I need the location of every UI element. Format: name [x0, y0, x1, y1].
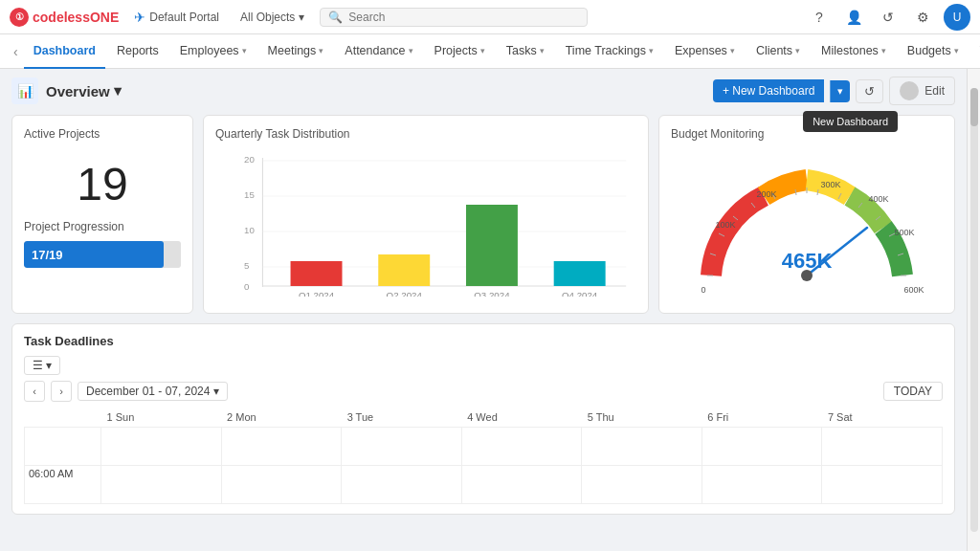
progress-value: 17/19	[32, 248, 63, 262]
cell-sun-empty	[101, 428, 222, 466]
cell-tue-6am	[342, 466, 462, 504]
project-progression-label: Project Progression	[24, 220, 181, 233]
calendar-grid: 1 Sun 2 Mon 3 Tue 4 Wed 5 Thu 6 Fri 7 Sa…	[24, 408, 943, 504]
date-range-chevron-icon: ▾	[213, 385, 219, 398]
cell-sun-6am	[101, 466, 222, 504]
gauge-label-600k: 600K	[903, 285, 924, 295]
gauge-svg: 0 100K 200K 300K 400K 500K 600K	[682, 151, 931, 299]
nav-time-trackings[interactable]: Time Trackings ▾	[556, 34, 663, 69]
overview-left: 📊 Overview ▾	[11, 77, 122, 104]
cell-mon-empty	[221, 428, 342, 466]
nav-reports[interactable]: Reports	[107, 34, 168, 69]
avatar[interactable]: U	[944, 4, 970, 31]
cell-tue-empty	[342, 428, 462, 466]
svg-text:Q3 2024: Q3 2024	[474, 291, 509, 297]
history-button[interactable]: ↺	[875, 4, 902, 31]
logo-text: codelessONE	[33, 10, 119, 25]
calendar-nav-row: ‹ › December 01 - 07, 2024 ▾ TODAY	[24, 381, 943, 402]
col-sun: 1 Sun	[101, 408, 222, 428]
right-scrollbar[interactable]	[967, 69, 980, 551]
cell-mon-6am	[221, 466, 342, 504]
bar-q1	[291, 261, 343, 286]
task-deadlines-title: Task Deadlines	[24, 334, 114, 348]
active-projects-count: 19	[24, 148, 181, 220]
date-range-button[interactable]: December 01 - 07, 2024 ▾	[78, 382, 228, 401]
overview-chevron-icon: ▾	[114, 82, 122, 99]
portal-icon: ✈	[134, 10, 145, 25]
overview-icon: 📊	[11, 77, 38, 104]
nav-scroll-left[interactable]: ‹	[10, 44, 22, 59]
portal-label: Default Portal	[149, 11, 219, 24]
time-6am: 06:00 AM	[25, 466, 101, 504]
task-deadlines-card: Task Deadlines ☰ ▾ ‹ › December 01 - 07,…	[11, 323, 955, 515]
gauge-label-500k: 500K	[894, 228, 914, 237]
calendar-nav-left: ‹ › December 01 - 07, 2024 ▾	[24, 381, 228, 402]
help-button[interactable]: ?	[806, 4, 833, 31]
col-thu: 5 Thu	[582, 408, 702, 428]
bar-q2	[378, 254, 430, 286]
edit-button[interactable]: Edit	[889, 77, 955, 105]
nav-milestones[interactable]: Milestones ▾	[812, 34, 896, 69]
refresh-button[interactable]: ↺	[856, 79, 883, 103]
nav-meetings[interactable]: Meetings ▾	[258, 34, 334, 69]
cell-wed-empty	[461, 428, 582, 466]
calendar-view-chevron: ▾	[46, 359, 52, 372]
cell-sat-6am	[822, 466, 943, 504]
calendar-next-button[interactable]: ›	[51, 381, 72, 402]
nav-budgets[interactable]: Budgets ▾	[898, 34, 969, 69]
overview-title[interactable]: Overview ▾	[46, 82, 122, 99]
portal-button[interactable]: ✈ Default Portal	[128, 8, 225, 27]
time-chevron-icon: ▾	[649, 46, 654, 55]
all-objects-button[interactable]: All Objects ▾	[234, 9, 310, 26]
logo-icon: ①	[10, 8, 29, 27]
nav-tasks[interactable]: Tasks ▾	[497, 34, 554, 69]
user-button[interactable]: 👤	[840, 4, 867, 31]
budgets-chevron-icon: ▾	[954, 46, 959, 55]
cell-fri-6am	[702, 466, 822, 504]
nav-employees[interactable]: Employees ▾	[170, 34, 256, 69]
projects-chevron-icon: ▾	[480, 46, 485, 55]
all-objects-label: All Objects	[240, 11, 295, 24]
new-dashboard-dropdown-button[interactable]: ▾	[830, 80, 850, 102]
nav-more[interactable]: W	[970, 34, 980, 69]
search-input[interactable]	[348, 11, 579, 24]
attendance-chevron-icon: ▾	[409, 46, 413, 55]
svg-text:10: 10	[244, 226, 255, 235]
active-projects-title: Active Projects	[24, 127, 181, 141]
col-tue: 3 Tue	[342, 408, 462, 428]
expenses-chevron-icon: ▾	[730, 46, 735, 55]
edit-avatar	[900, 81, 919, 100]
nav-projects[interactable]: Projects ▾	[425, 34, 495, 69]
gauge-label-300k: 300K	[820, 180, 840, 189]
objects-chevron-icon: ▾	[299, 11, 304, 24]
gauge-label-100k: 100K	[715, 220, 735, 230]
gauge-label-0: 0	[701, 285, 705, 295]
scrollbar-thumb[interactable]	[970, 88, 978, 126]
view-mode-button[interactable]: ☰ ▾	[24, 356, 60, 375]
meetings-chevron-icon: ▾	[319, 46, 323, 55]
nav-clients[interactable]: Clients ▾	[746, 34, 810, 69]
gauge-label-200k: 200K	[756, 189, 776, 199]
settings-button[interactable]: ⚙	[909, 4, 936, 31]
bar-q4	[554, 261, 606, 286]
nav-attendance[interactable]: Attendance ▾	[335, 34, 422, 69]
calendar-prev-button[interactable]: ‹	[24, 381, 45, 402]
new-dashboard-button[interactable]: + New Dashboard	[713, 79, 824, 102]
nav-dashboard[interactable]: Dashboard	[24, 34, 105, 69]
chart-area: 20 15 10 5 0	[215, 148, 636, 301]
logo-one: ONE	[90, 10, 119, 25]
search-bar: 🔍	[320, 8, 588, 27]
logo-codeless: codeless	[33, 10, 90, 25]
dashboard-row-1: Active Projects 19 Project Progression 1…	[11, 115, 955, 314]
progress-bar-container: 17/19	[24, 241, 181, 268]
topbar-right: ? 👤 ↺ ⚙ U	[806, 4, 970, 31]
task-chart-svg: 20 15 10 5 0	[244, 153, 636, 297]
clients-chevron-icon: ▾	[795, 46, 800, 55]
task-deadlines-header: Task Deadlines	[24, 334, 943, 348]
col-mon: 2 Mon	[221, 408, 342, 428]
today-button[interactable]: TODAY	[883, 382, 943, 401]
nav-expenses[interactable]: Expenses ▾	[665, 34, 745, 69]
svg-text:0: 0	[244, 282, 249, 292]
overview-header: 📊 Overview ▾ + New Dashboard ▾ ↺ Edit Ne…	[11, 77, 955, 105]
gauge-container: 0 100K 200K 300K 400K 500K 600K	[671, 148, 943, 301]
